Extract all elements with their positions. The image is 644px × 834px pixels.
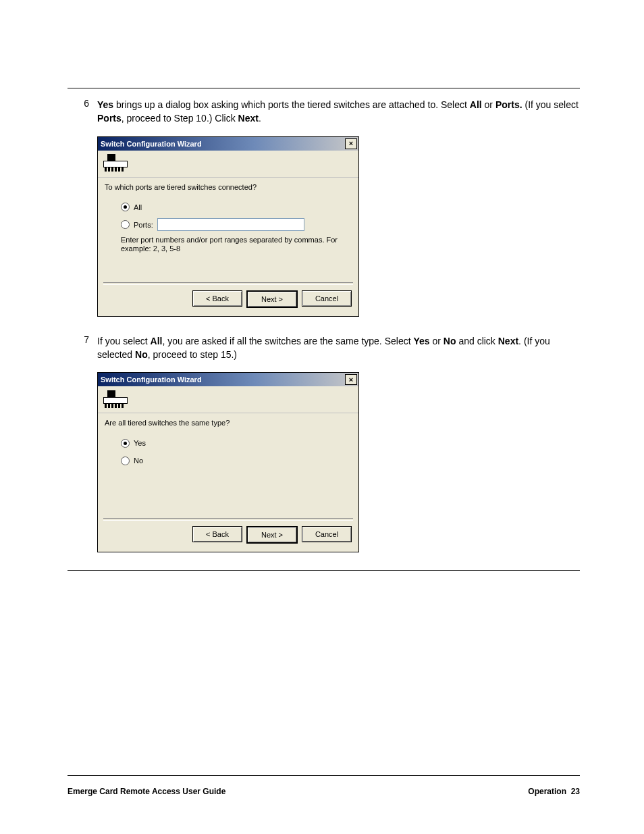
bold-no: No	[444, 336, 456, 346]
option-all[interactable]: All	[121, 201, 352, 214]
text-fragment: , proceed to step 15.)	[148, 349, 237, 360]
close-icon: ×	[349, 376, 353, 384]
dialog-title: Switch Configuration Wizard	[101, 375, 202, 384]
option-label: Ports:	[134, 221, 153, 229]
option-ports[interactable]: Ports:	[121, 218, 352, 232]
dialog-body: To which ports are tiered switches conne…	[98, 178, 358, 282]
dialog-titlebar: Switch Configuration Wizard ×	[98, 137, 358, 151]
dialog-hint: Enter port numbers and/or port ranges se…	[121, 236, 352, 255]
text-fragment: , you are asked if all the switches are …	[162, 336, 413, 346]
text-fragment: If you select	[97, 336, 151, 346]
text-fragment: brings up a dialog box asking which port…	[113, 99, 470, 110]
dialog-screenshot-2: Switch Configuration Wizard × Are all ti…	[97, 372, 580, 552]
footer-doc-title: Emerge Card Remote Access User Guide	[68, 787, 225, 796]
cancel-button[interactable]: Cancel	[302, 526, 352, 542]
close-button[interactable]: ×	[345, 138, 357, 149]
footer-page-number: 23	[571, 787, 580, 796]
dialog-question: To which ports are tiered switches conne…	[105, 183, 352, 191]
dialog-title: Switch Configuration Wizard	[101, 140, 202, 148]
dialog-button-row: < Back Next > Cancel	[98, 526, 358, 552]
text-fragment: (If you select	[522, 99, 579, 110]
close-icon: ×	[349, 140, 353, 147]
dialog-banner	[98, 151, 358, 178]
option-label: No	[134, 457, 143, 465]
dialog-question: Are all tiered switches the same type?	[105, 419, 352, 427]
bold-yes: Yes	[97, 99, 113, 110]
top-rule	[68, 88, 580, 88]
text-fragment: or	[482, 99, 495, 110]
step-text: Yes brings up a dialog box asking which …	[97, 98, 580, 126]
switch-config-wizard-dialog: Switch Configuration Wizard × To which p…	[97, 136, 359, 317]
close-button[interactable]: ×	[345, 374, 357, 385]
cancel-button[interactable]: Cancel	[302, 290, 352, 307]
switch-icon	[103, 390, 126, 409]
switch-config-wizard-dialog: Switch Configuration Wizard × Are all ti…	[97, 372, 359, 552]
dialog-banner	[98, 386, 358, 413]
step-text: If you select All, you are asked if all …	[97, 334, 580, 362]
page-footer: Emerge Card Remote Access User Guide Ope…	[68, 787, 580, 796]
ports-input[interactable]	[157, 218, 304, 231]
option-no[interactable]: No	[121, 454, 352, 467]
step-number: 7	[68, 334, 97, 345]
dialog-titlebar: Switch Configuration Wizard ×	[98, 373, 358, 386]
option-label: Yes	[134, 439, 146, 447]
footer-section: Operation 23	[528, 787, 580, 796]
text-fragment: and click	[456, 336, 498, 346]
radio-icon	[121, 457, 130, 465]
dialog-separator	[103, 282, 353, 285]
mid-rule	[68, 570, 580, 571]
bold-ports: Ports.	[495, 99, 522, 110]
step-number: 6	[68, 98, 97, 109]
document-page: 6 Yes brings up a dialog box asking whic…	[0, 0, 644, 834]
bold-next: Next	[498, 336, 518, 346]
bold-yes: Yes	[413, 336, 429, 346]
next-button[interactable]: Next >	[246, 526, 298, 544]
text-fragment: or	[430, 336, 444, 346]
radio-icon	[121, 203, 130, 211]
bold-ports2: Ports	[97, 113, 122, 124]
step-7: 7 If you select All, you are asked if al…	[68, 334, 580, 362]
option-yes[interactable]: Yes	[121, 436, 352, 450]
text-fragment: .	[259, 113, 261, 124]
bold-next: Next	[238, 113, 259, 124]
bold-no2: No	[135, 349, 148, 360]
step-6: 6 Yes brings up a dialog box asking whic…	[68, 98, 580, 126]
switch-icon	[103, 154, 126, 173]
footer-rule	[68, 775, 580, 776]
dialog-separator	[103, 518, 353, 521]
back-button[interactable]: < Back	[192, 526, 242, 542]
next-button[interactable]: Next >	[246, 290, 298, 308]
text-fragment: , proceed to Step 10.) Click	[122, 113, 238, 124]
dialog-screenshot-1: Switch Configuration Wizard × To which p…	[97, 136, 580, 317]
bold-all: All	[470, 99, 482, 110]
footer-section-label: Operation	[528, 787, 566, 796]
dialog-button-row: < Back Next > Cancel	[98, 290, 358, 316]
option-label: All	[134, 203, 142, 211]
radio-icon	[121, 439, 130, 448]
radio-icon	[121, 220, 130, 229]
bold-all: All	[151, 336, 163, 346]
dialog-body: Are all tiered switches the same type? Y…	[98, 413, 358, 518]
back-button[interactable]: < Back	[192, 290, 242, 307]
